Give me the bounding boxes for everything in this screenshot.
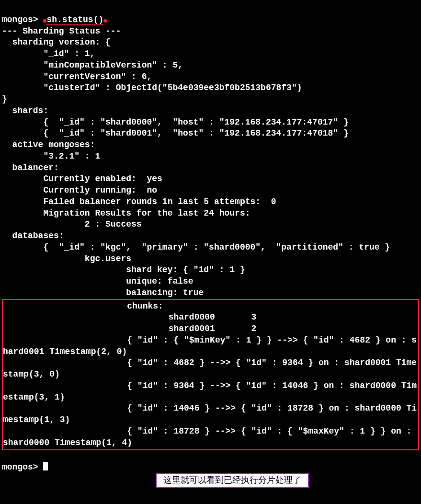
command: sh.status() — [46, 15, 103, 25]
databases-label: databases: — [12, 231, 64, 241]
balancer-line-4: 2 : Success — [2, 219, 142, 229]
balancer-line-3: Migration Results for the last 24 hours: — [43, 208, 250, 218]
chunks-label: chunks: — [127, 301, 163, 311]
shard-row-0: { "_id" : "shard0000", "host" : "192.168… — [43, 117, 348, 127]
balancing-line: balancing: true — [126, 288, 204, 298]
balancer-line-2: Failed balancer rounds in last 5 attempt… — [43, 197, 276, 206]
chunk-range-4: { "id" : 18728 } -->> { "id" : { "$maxKe… — [3, 426, 417, 447]
chunk-range-1: { "id" : 4682 } -->> { "id" : 9364 } on … — [3, 358, 417, 379]
chunks-summary-1: shard0001 2 — [169, 324, 257, 333]
brace-open: { — [105, 37, 111, 47]
unique-line: unique: false — [126, 276, 193, 286]
cursor — [43, 462, 48, 470]
version-cid-key: "clusterId" — [43, 83, 100, 92]
brace-close: } — [2, 94, 7, 104]
version-id-val: 1, — [85, 49, 95, 58]
status-header: --- Sharding Status --- — [2, 26, 121, 36]
collection-name: kgc.users — [85, 254, 131, 263]
active-mongoses-line: "3.2.1" : 1 — [43, 151, 100, 161]
version-cur-key: "currentVersion" — [43, 72, 126, 81]
balancer-line-0: Currently enabled: yes — [43, 174, 162, 183]
shard-key-line: shard key: { "id" : 1 } — [126, 265, 245, 275]
chunk-range-0: { "id" : { "$minKey" : 1 } } -->> { "id"… — [3, 335, 417, 356]
chunk-range-2: { "id" : 9364 } -->> { "id" : 14046 } on… — [3, 381, 417, 402]
shard-row-1: { "_id" : "shard0001", "host" : "192.168… — [43, 128, 348, 138]
version-cid-val: ObjectId("5b4e039ee3bf0b2513b678f3") — [116, 83, 302, 92]
chunk-range-3: { "id" : 14046 } -->> { "id" : 18728 } o… — [3, 403, 417, 424]
version-min-val: 5, — [172, 60, 183, 70]
version-cur-val: 6, — [142, 72, 152, 81]
shards-label: shards: — [12, 106, 49, 115]
balancer-label: balancer: — [12, 163, 59, 172]
balancer-line-1: Currently running: no — [43, 185, 157, 195]
version-min-key: "minCompatibleVersion" — [43, 60, 157, 70]
prompt-bottom: mongos> — [2, 462, 38, 472]
terminal[interactable]: mongos> sh.status() --- Sharding Status … — [0, 0, 421, 490]
highlight-box: chunks: shard0000 3 shard0001 2 { "id" :… — [2, 299, 419, 451]
active-mongoses-label: active mongoses: — [12, 140, 95, 149]
underline-dot-right — [103, 19, 107, 23]
chunks-summary-0: shard0000 3 — [169, 312, 257, 322]
annotation-callout: 这里就可以看到已经执行分片处理了 — [156, 473, 309, 488]
version-id-key: "_id" — [43, 49, 69, 58]
database-row: { "_id" : "kgc", "primary" : "shard0000"… — [43, 242, 390, 252]
version-label: sharding version: — [12, 37, 101, 47]
prompt: mongos> — [2, 15, 38, 24]
